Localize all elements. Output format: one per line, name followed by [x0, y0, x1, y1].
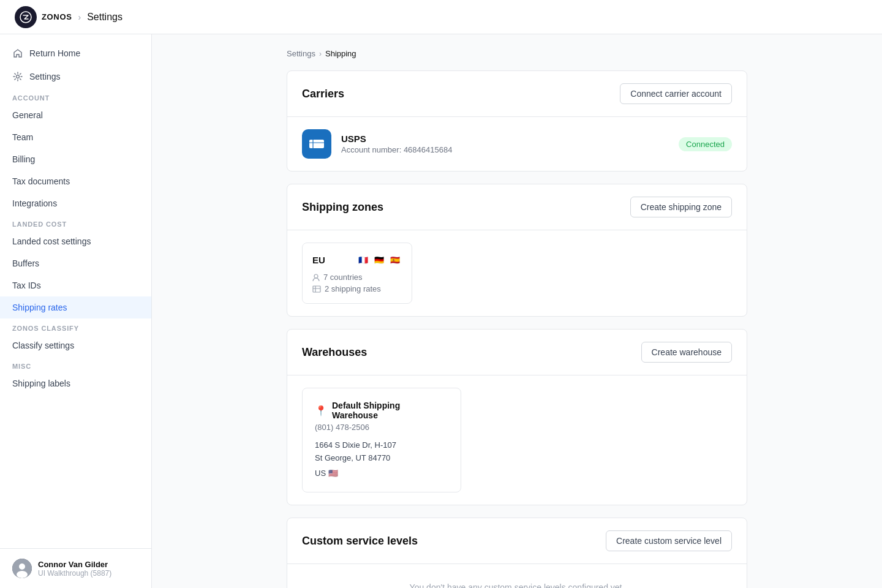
sidebar-section-classify: ZONOS CLASSIFY [0, 318, 151, 334]
svg-point-3 [19, 564, 25, 570]
create-shipping-zone-button[interactable]: Create shipping zone [630, 197, 732, 217]
flag-de: 🇩🇪 [372, 253, 386, 266]
home-icon [12, 48, 23, 59]
flag-es: 🇪🇸 [388, 253, 402, 266]
warehouses-title: Warehouses [302, 346, 367, 359]
breadcrumb-chevron: › [319, 50, 322, 58]
sidebar-item-general[interactable]: General [0, 104, 151, 126]
main-content: Settings › Shipping Carriers Connect car… [152, 34, 882, 588]
sidebar-item-classify-settings[interactable]: Classify settings [0, 334, 151, 356]
avatar [12, 559, 32, 578]
sidebar-item-shipping-labels[interactable]: Shipping labels [0, 372, 151, 394]
warehouses-body: 📍 Default Shipping Warehouse (801) 478-2… [287, 375, 747, 505]
svg-point-1 [17, 75, 20, 78]
warehouse-name: Default Shipping Warehouse [332, 401, 448, 420]
sidebar-item-integrations[interactable]: Integrations [0, 192, 151, 214]
warehouse-country: US 🇺🇸 [315, 467, 448, 480]
zone-name: EU [312, 255, 325, 265]
sidebar-team-label: Team [12, 132, 33, 142]
sidebar-item-shipping-rates[interactable]: Shipping rates [0, 296, 151, 318]
sidebar-general-label: General [12, 110, 43, 120]
svg-rect-7 [313, 286, 320, 292]
topbar: ZONOS › Settings [0, 0, 882, 34]
footer-user-info: Connor Van Gilder UI Walkthrough (5887) [38, 560, 111, 578]
sidebar-classify-label: Classify settings [12, 341, 74, 350]
zone-shipping-rates: 2 shipping rates [312, 284, 402, 293]
warehouse-address: 1664 S Dixie Dr, H-107 St George, UT 847… [315, 439, 448, 480]
sidebar-tax-docs-label: Tax documents [12, 176, 70, 186]
shipping-zones-body: EU 🇫🇷 🇩🇪 🇪🇸 7 countries [287, 230, 747, 316]
sidebar-footer: Connor Van Gilder UI Walkthrough (5887) [0, 548, 151, 588]
shipping-zones-header: Shipping zones Create shipping zone [287, 184, 747, 230]
sidebar-item-team[interactable]: Team [0, 126, 151, 148]
sidebar-tax-ids-label: Tax IDs [12, 281, 41, 290]
zone-card-eu[interactable]: EU 🇫🇷 🇩🇪 🇪🇸 7 countries [302, 243, 412, 304]
carriers-title: Carriers [302, 88, 344, 100]
sidebar-section-landed-cost: LANDED COST [0, 214, 151, 230]
sidebar-item-buffers[interactable]: Buffers [0, 252, 151, 274]
sidebar-landed-cost-label: Landed cost settings [12, 236, 91, 246]
sidebar-item-tax-documents[interactable]: Tax documents [0, 170, 151, 192]
shipping-zones-title: Shipping zones [302, 201, 383, 214]
sidebar-buffers-label: Buffers [12, 258, 39, 268]
zone-flags: 🇫🇷 🇩🇪 🇪🇸 [356, 253, 402, 266]
topbar-logo: ZONOS [15, 6, 72, 28]
connect-carrier-button[interactable]: Connect carrier account [620, 83, 732, 104]
sidebar-item-settings[interactable]: Settings [0, 65, 151, 88]
svg-point-6 [314, 274, 318, 278]
sidebar-section-misc: MISC [0, 356, 151, 372]
sidebar: Return Home Settings ACCOUNT General Tea… [0, 34, 152, 588]
zone-shipping-rates-count: 2 shipping rates [325, 284, 381, 293]
sidebar-item-return-home[interactable]: Return Home [0, 42, 151, 65]
custom-service-levels-section: Custom service levels Create custom serv… [287, 518, 747, 588]
sidebar-section-account: ACCOUNT [0, 88, 151, 104]
sidebar-item-landed-cost-settings[interactable]: Landed cost settings [0, 230, 151, 252]
sidebar-shipping-labels-label: Shipping labels [12, 379, 70, 388]
carriers-section: Carriers Connect carrier account USPS [287, 70, 747, 172]
warehouse-address-line1: 1664 S Dixie Dr, H-107 [315, 439, 448, 452]
sidebar-settings-label: Settings [29, 72, 61, 81]
sidebar-item-billing[interactable]: Billing [0, 148, 151, 170]
sidebar-integrations-label: Integrations [12, 198, 57, 208]
flag-fr: 🇫🇷 [356, 253, 370, 266]
footer-role: UI Walkthrough (5887) [38, 569, 111, 578]
warehouse-card[interactable]: 📍 Default Shipping Warehouse (801) 478-2… [302, 388, 461, 492]
warehouse-phone: (801) 478-2506 [315, 423, 448, 432]
warehouse-header: 📍 Default Shipping Warehouse [315, 401, 448, 420]
breadcrumb-settings-link[interactable]: Settings [287, 49, 315, 58]
warehouses-header: Warehouses Create warehouse [287, 330, 747, 375]
logo-text: ZONOS [42, 12, 72, 21]
create-warehouse-button[interactable]: Create warehouse [641, 342, 732, 363]
custom-service-levels-title: Custom service levels [302, 535, 418, 548]
carrier-logo [302, 129, 331, 159]
warehouses-section: Warehouses Create warehouse 📍 Default Sh… [287, 329, 747, 505]
carrier-row: USPS Account number: 46846415684 Connect… [302, 129, 732, 159]
breadcrumb-current: Shipping [325, 49, 356, 58]
settings-icon [12, 71, 23, 82]
zone-countries-count: 7 countries [323, 273, 363, 282]
create-custom-service-level-button[interactable]: Create custom service level [606, 530, 732, 551]
shipping-zones-section: Shipping zones Create shipping zone EU 🇫… [287, 184, 747, 317]
zone-countries: 7 countries [312, 273, 402, 282]
location-pin-icon: 📍 [315, 405, 327, 417]
topbar-page-title: Settings [87, 12, 123, 23]
carrier-info: USPS Account number: 46846415684 [341, 134, 669, 154]
carrier-account: Account number: 46846415684 [341, 145, 669, 154]
zone-meta: 7 countries 2 shipping rates [312, 273, 402, 293]
carriers-body: USPS Account number: 46846415684 Connect… [287, 117, 747, 171]
custom-service-levels-header: Custom service levels Create custom serv… [287, 518, 747, 564]
sidebar-shipping-rates-label: Shipping rates [12, 303, 67, 312]
warehouse-address-line2: St George, UT 84770 [315, 452, 448, 465]
svg-point-4 [17, 571, 28, 578]
carrier-name: USPS [341, 134, 669, 144]
empty-text: You don't have any custom service levels… [410, 582, 625, 588]
sidebar-nav: Return Home Settings ACCOUNT General Tea… [0, 34, 151, 548]
carriers-header: Carriers Connect carrier account [287, 71, 747, 117]
custom-service-levels-empty: You don't have any custom service levels… [287, 564, 747, 588]
sidebar-item-tax-ids[interactable]: Tax IDs [0, 274, 151, 296]
carrier-status-badge: Connected [679, 137, 732, 151]
svg-rect-5 [309, 140, 324, 148]
breadcrumb: Settings › Shipping [287, 49, 747, 58]
zonos-logo-icon [15, 6, 37, 28]
zone-header: EU 🇫🇷 🇩🇪 🇪🇸 [312, 253, 402, 266]
